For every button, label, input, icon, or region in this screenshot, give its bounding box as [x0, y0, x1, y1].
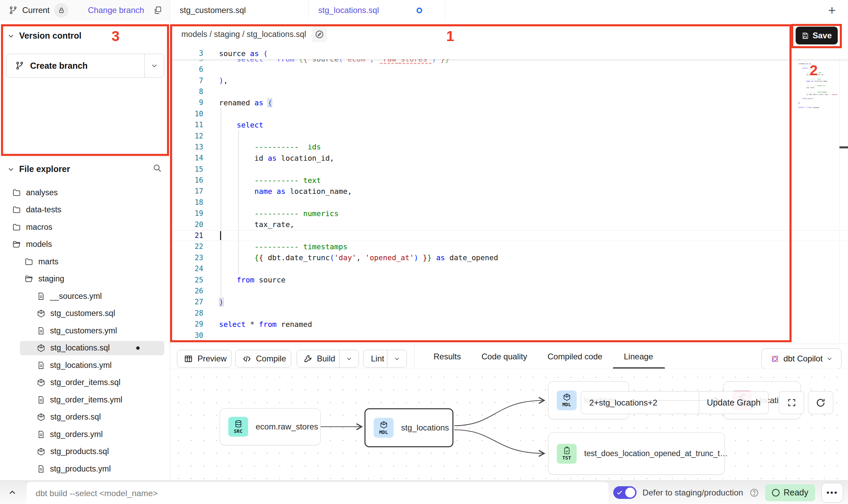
build-button[interactable]: Build	[297, 350, 359, 368]
preview-button[interactable]: Preview	[177, 350, 232, 368]
tree-item-label: __sources.yml	[50, 292, 102, 301]
file-search-icon[interactable]	[153, 163, 162, 173]
line-number: 5	[170, 59, 208, 63]
tab-results[interactable]: Results	[434, 344, 461, 369]
code-line-10: 10	[170, 108, 848, 119]
create-branch-dropdown[interactable]	[144, 54, 164, 77]
save-button[interactable]: Save	[796, 27, 838, 44]
tree-item-models[interactable]: models	[0, 236, 170, 253]
chevron-down-icon	[826, 356, 833, 362]
folder-open-icon	[12, 240, 21, 249]
more-options-button[interactable]: •••	[821, 483, 843, 503]
line-number: 7	[170, 77, 208, 85]
chevron-up-icon[interactable]	[8, 488, 17, 497]
tree-item-stg-customers-sql[interactable]: stg_customers.sql	[0, 305, 170, 322]
copy-icon[interactable]	[153, 6, 162, 15]
tree-item-data-tests[interactable]: data-tests	[0, 201, 170, 219]
view-lineage-icon[interactable]	[311, 26, 327, 42]
help-icon[interactable]	[749, 488, 759, 498]
tree-item-stg-orders-sql[interactable]: stg_orders.sql	[0, 409, 170, 426]
code-line-6: 6	[170, 64, 848, 75]
line-number: 22	[170, 242, 208, 251]
create-branch-button[interactable]: Create branch	[6, 54, 164, 78]
database-icon	[234, 420, 242, 428]
breadcrumb: models / staging / stg_locations.sql	[181, 30, 306, 39]
code-line-8: 8	[170, 86, 848, 97]
compile-button[interactable]: Compile	[235, 350, 291, 368]
tree-item-label: models	[26, 240, 52, 249]
line-number: 11	[170, 121, 208, 129]
lineage-node-stg-locations[interactable]: MDL stg_locations	[364, 408, 453, 447]
tree-item-stg-order-items-sql[interactable]: stg_order_items.sql	[0, 374, 170, 392]
build-dropdown[interactable]	[339, 350, 359, 367]
change-branch-link[interactable]: Change branch	[88, 5, 144, 15]
refresh-button[interactable]	[808, 391, 833, 414]
tree-item-stg-locations-sql[interactable]: stg_locations.sql	[0, 340, 170, 357]
tree-item-label: staging	[38, 274, 64, 283]
line-number: 3	[170, 49, 208, 57]
sidebar-divider	[0, 157, 170, 157]
code-line-5: 5 select * from {{ source('ecom', 'raw_s…	[170, 59, 848, 64]
tree-item-marts[interactable]: marts	[0, 253, 170, 270]
scrollbar-thumb[interactable]	[839, 146, 848, 148]
code-editor-panel[interactable]: models / staging / stg_locations.sql Sav…	[170, 21, 848, 344]
toggle-knob	[625, 488, 635, 498]
code-lines[interactable]: 6 7),8 9renamed as (10 11 select12 13 --…	[170, 64, 848, 341]
refresh-icon	[815, 398, 826, 408]
tree-item-analyses[interactable]: analyses	[0, 184, 170, 201]
line-number: 30	[170, 331, 208, 340]
tree-item-stg-orders-yml[interactable]: stg_orders.yml	[0, 426, 170, 443]
editor-tab-stg-locations[interactable]: stg_locations.sql	[309, 0, 446, 21]
branch-segment: Current Change branch	[0, 0, 170, 21]
tab-code-quality[interactable]: Code quality	[481, 344, 527, 369]
tree-item-staging[interactable]: staging	[0, 270, 170, 288]
dbt-copilot-button[interactable]: dbt Copilot	[761, 348, 841, 369]
lineage-selector-input[interactable]: 2+stg_locations+2	[581, 392, 699, 414]
lint-dropdown[interactable]	[387, 350, 407, 367]
tree-item-stg-locations-yml[interactable]: stg_locations.yml	[0, 357, 170, 374]
lint-button[interactable]: Lint	[363, 350, 407, 368]
model-badge: MDL	[557, 390, 577, 410]
command-input[interactable]: dbt build --select <model_name>	[27, 482, 608, 504]
tree-item-label: analyses	[26, 188, 58, 197]
version-control-header[interactable]: Version control	[8, 31, 81, 41]
minimap-border	[839, 49, 840, 343]
tab-lineage[interactable]: Lineage	[624, 344, 653, 369]
dbt-ide-app: Current Change branch stg_customers.sql …	[0, 0, 848, 504]
tree-item-macros[interactable]: macros	[0, 218, 170, 236]
line-number: 12	[170, 132, 208, 140]
defer-toggle[interactable]	[613, 486, 637, 499]
clipboard-check-icon	[563, 447, 571, 454]
line-number: 27	[170, 298, 208, 306]
lineage-node-test[interactable]: TST test_does_location_opened_at_trunc_t…	[548, 433, 725, 475]
tree-item-stg-products-sql[interactable]: stg_products.sql	[0, 443, 170, 461]
fullscreen-button[interactable]	[779, 391, 804, 414]
fullscreen-icon	[787, 398, 796, 407]
tree-item-stg-order-items-yml[interactable]: stg_order_items.yml	[0, 391, 170, 409]
file-explorer-header[interactable]: File explorer	[8, 164, 70, 174]
model-icon	[37, 309, 45, 318]
tab-compiled-code[interactable]: Compiled code	[548, 344, 602, 369]
line-number: 28	[170, 309, 208, 317]
code-line-21: 21	[170, 230, 848, 241]
check-icon	[616, 489, 623, 496]
lineage-node-source[interactable]: SRC ecom.raw_stores	[220, 408, 321, 445]
update-graph-button[interactable]: Update Graph	[699, 392, 768, 414]
file-icon	[37, 292, 45, 300]
line-number: 23	[170, 254, 208, 262]
new-tab-button[interactable]: +	[824, 2, 840, 18]
code-line-26: 26	[170, 286, 848, 296]
line-number: 17	[170, 187, 208, 195]
lineage-graph[interactable]: SRC ecom.raw_stores MDL stg_locations MD…	[170, 369, 848, 480]
editor-tab-stg-customers[interactable]: stg_customers.sql	[170, 0, 309, 21]
file-icon	[37, 327, 45, 335]
tree-item--sources-yml[interactable]: __sources.yml	[0, 288, 170, 305]
status-badge[interactable]: Ready	[765, 484, 815, 501]
tree-item-stg-products-yml[interactable]: stg_products.yml	[0, 460, 170, 478]
model-icon	[37, 413, 45, 421]
line-number: 20	[170, 221, 208, 229]
current-branch-label: Current	[22, 5, 50, 15]
tree-item-label: data-tests	[26, 205, 61, 214]
chevron-down-icon	[346, 356, 352, 362]
tree-item-stg-customers-yml[interactable]: stg_customers.yml	[0, 322, 170, 340]
